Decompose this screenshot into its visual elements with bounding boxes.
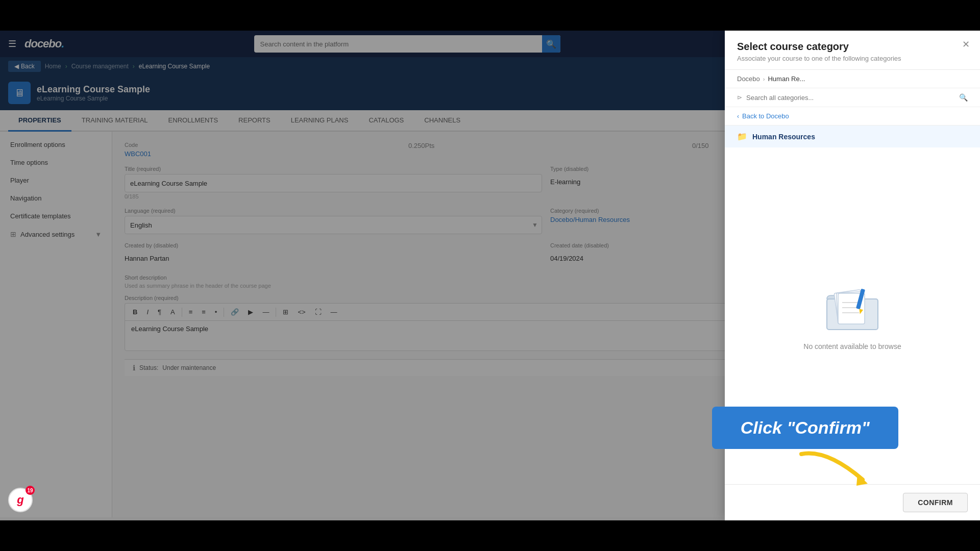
category-item-label: Human Resources — [752, 133, 815, 141]
back-to-docebo-label: Back to Docebo — [742, 112, 789, 120]
panel-title: Select course category — [737, 41, 968, 53]
click-confirm-banner: Click "Confirm" — [712, 407, 898, 449]
category-search-input[interactable] — [746, 94, 959, 102]
category-search: ⊳ 🔍 — [725, 88, 980, 107]
folder-icon: 📁 — [737, 132, 747, 141]
svg-marker-9 — [856, 473, 868, 486]
back-to-docebo-button[interactable]: ‹ Back to Docebo — [725, 107, 980, 126]
chevron-left-icon: ‹ — [737, 113, 739, 120]
arrow-icon — [796, 444, 878, 490]
empty-folder-icon — [822, 281, 883, 334]
confirm-button[interactable]: CONFIRM — [903, 493, 968, 512]
notification-logo: g — [17, 493, 23, 507]
search-icon[interactable]: 🔍 — [959, 93, 968, 102]
notification-badge[interactable]: g 19 — [8, 488, 33, 512]
empty-text: No content available to browse — [803, 342, 901, 350]
panel-header: Select course category Associate your co… — [725, 31, 980, 70]
panel-breadcrumb: Docebo › Human Re... — [725, 70, 980, 88]
panel-subtitle: Associate your course to one of the foll… — [737, 55, 968, 62]
click-confirm-overlay: Click "Confirm" — [712, 407, 898, 449]
close-button[interactable]: ✕ — [962, 39, 970, 50]
category-item-human-resources[interactable]: 📁 Human Resources — [725, 126, 980, 147]
notification-circle: g 19 — [8, 488, 33, 512]
arrow-container — [796, 444, 878, 492]
notification-count: 19 — [26, 486, 35, 495]
chevron-right-icon: › — [763, 76, 765, 82]
filter-icon: ⊳ — [737, 94, 742, 101]
panel-breadcrumb-current: Human Re... — [768, 75, 805, 83]
panel-breadcrumb-root[interactable]: Docebo — [737, 75, 760, 83]
